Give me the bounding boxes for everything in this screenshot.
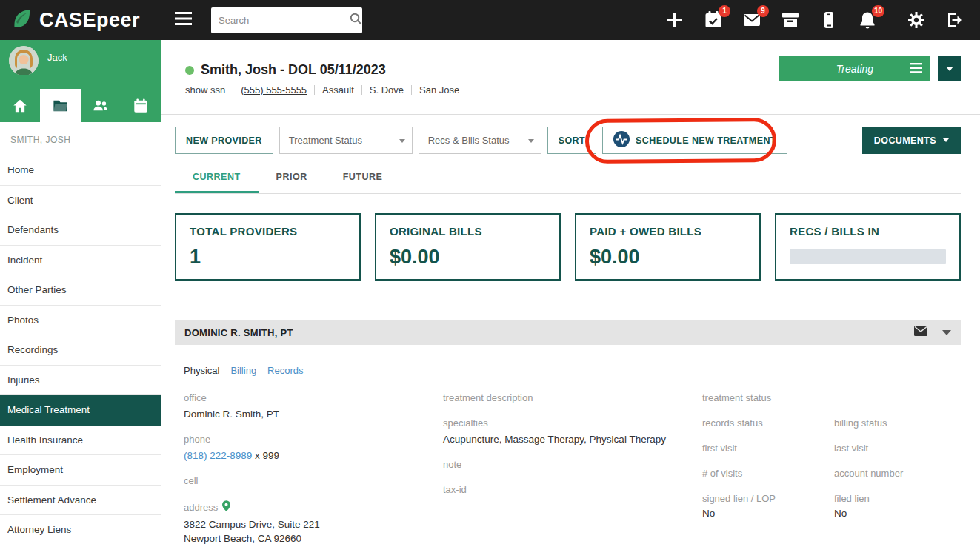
inbox-icon[interactable] bbox=[781, 10, 800, 30]
menu-hamburger-icon[interactable] bbox=[175, 12, 192, 28]
field-value: Acupuncture, Massage Therapy, Physical T… bbox=[443, 434, 702, 445]
show-ssn-link[interactable]: show ssn bbox=[185, 84, 225, 95]
stat-card-paid-owed-bills: PAID + OWED BILLS $0.00 bbox=[575, 213, 761, 281]
sort-button[interactable]: SORT bbox=[547, 127, 596, 154]
field-phone: phone (818) 222-8989 x 999 bbox=[184, 434, 443, 461]
stat-label: TOTAL PROVIDERS bbox=[190, 225, 346, 238]
sidebar-item-settlement-advance[interactable]: Settlement Advance bbox=[0, 486, 161, 516]
documents-button[interactable]: DOCUMENTS bbox=[862, 127, 961, 154]
stat-label: ORIGINAL BILLS bbox=[390, 225, 546, 238]
stat-card-original-bills: ORIGINAL BILLS $0.00 bbox=[375, 213, 561, 281]
brand-logo[interactable]: CASEpeer bbox=[0, 7, 161, 33]
provider-header-bar[interactable]: DOMINIC R. SMITH, PT bbox=[175, 320, 961, 345]
field-label: cell bbox=[184, 475, 443, 486]
sidebar-item-incident[interactable]: Incident bbox=[0, 246, 161, 276]
recs-bills-status-dropdown[interactable]: Recs & Bills Status bbox=[419, 127, 541, 154]
mobile-phone-icon[interactable] bbox=[819, 10, 839, 30]
field-label: first visit bbox=[702, 443, 834, 454]
separator bbox=[314, 85, 315, 95]
field-label: last visit bbox=[834, 443, 961, 454]
field-account-number: account number bbox=[834, 468, 961, 479]
case-meta: show ssn (555) 555-5555 Assault S. Dove … bbox=[185, 84, 459, 95]
cases-folder-tab-icon[interactable] bbox=[40, 89, 80, 122]
stat-value: 1 bbox=[190, 246, 346, 269]
messages-icon[interactable]: 9 bbox=[742, 10, 761, 30]
sidebar-item-photos[interactable]: Photos bbox=[0, 306, 161, 336]
field-billing-status: billing status bbox=[834, 417, 961, 429]
new-provider-button[interactable]: NEW PROVIDER bbox=[175, 127, 273, 154]
field-address: address 3822 Campus Drive, Suite 221 New… bbox=[184, 500, 443, 544]
stat-card-total-providers: TOTAL PROVIDERS 1 bbox=[175, 213, 361, 281]
field-label: filed lien bbox=[834, 493, 961, 504]
field-label: billing status bbox=[834, 417, 961, 429]
provider-email-icon[interactable] bbox=[914, 326, 927, 339]
calendar-tab-icon[interactable] bbox=[121, 89, 161, 122]
home-tab-icon[interactable] bbox=[0, 89, 40, 122]
map-pin-icon[interactable] bbox=[222, 500, 230, 514]
field-label: address bbox=[184, 502, 218, 513]
messages-badge: 9 bbox=[757, 5, 769, 17]
client-phone-link[interactable]: (555) 555-5555 bbox=[241, 84, 307, 95]
sidebar-item-other-parties[interactable]: Other Parties bbox=[0, 275, 161, 306]
tab-future[interactable]: FUTURE bbox=[325, 161, 401, 193]
search-icon[interactable] bbox=[349, 12, 362, 28]
calendar-badge: 1 bbox=[719, 5, 730, 17]
schedule-new-treatment-button[interactable]: SCHEDULE NEW TREATMENT bbox=[602, 127, 787, 154]
contacts-tab-icon[interactable] bbox=[81, 89, 121, 122]
treatment-status-dropdown-label: Treatment Status bbox=[289, 135, 362, 146]
add-new-icon[interactable] bbox=[665, 10, 684, 30]
case-location: San Jose bbox=[419, 84, 459, 95]
provider-expand-chevron-icon[interactable] bbox=[942, 330, 951, 335]
case-type: Assault bbox=[322, 84, 354, 95]
field-label: treatment description bbox=[443, 392, 702, 403]
brand-name: CASEpeer bbox=[39, 9, 140, 32]
sidebar-item-employment[interactable]: Employment bbox=[0, 455, 161, 486]
search-input[interactable] bbox=[219, 15, 349, 26]
treatment-pulse-icon bbox=[613, 131, 630, 150]
treatment-status-dropdown[interactable]: Treatment Status bbox=[279, 127, 413, 154]
field-filed-lien: filed lien No bbox=[834, 493, 961, 519]
sidebar-item-health-insurance[interactable]: Health Insurance bbox=[0, 426, 161, 456]
sidebar-item-attorney-liens[interactable]: Attorney Liens bbox=[0, 515, 161, 544]
provider-phone-ext: x 999 bbox=[252, 450, 279, 461]
user-profile[interactable]: Jack bbox=[0, 40, 161, 75]
sidebar-item-medical-treatment[interactable]: Medical Treatment bbox=[0, 395, 161, 426]
field-tax-id: tax-id bbox=[443, 484, 702, 495]
field-office: office Dominic R. Smith, PT bbox=[184, 392, 443, 420]
provider-phone-link[interactable]: (818) 222-8989 bbox=[184, 450, 252, 461]
field-signed-lien: signed lien / LOP No bbox=[702, 493, 834, 519]
recs-bills-progress-bar bbox=[790, 249, 946, 264]
tab-prior[interactable]: PRIOR bbox=[259, 161, 325, 193]
provider-detail-fields: office Dominic R. Smith, PT phone (818) … bbox=[161, 376, 980, 544]
app-window: CASEpeer 1 9 bbox=[0, 0, 980, 544]
global-search[interactable] bbox=[211, 7, 362, 33]
calendar-tasks-icon[interactable]: 1 bbox=[704, 10, 723, 30]
field-label: specialties bbox=[443, 417, 702, 429]
provider-name: DOMINIC R. SMITH, PT bbox=[184, 327, 293, 338]
topbar-icon-group: 1 9 10 bbox=[665, 10, 980, 30]
treating-label: Treating bbox=[836, 63, 873, 75]
case-status-treating-button[interactable]: Treating bbox=[779, 56, 930, 81]
field-label: note bbox=[443, 459, 702, 470]
sidebar-item-client[interactable]: Client bbox=[0, 186, 161, 216]
logout-icon[interactable] bbox=[945, 10, 964, 30]
case-status-dropdown-button[interactable] bbox=[938, 56, 961, 81]
field-treatment-description: treatment description bbox=[443, 392, 702, 403]
provider-tab-physical[interactable]: Physical bbox=[184, 365, 219, 376]
field-label: phone bbox=[184, 434, 443, 445]
field-value: Newport Beach, CA 92660 bbox=[184, 533, 443, 544]
separator bbox=[361, 85, 362, 95]
treating-menu-icon bbox=[910, 63, 922, 75]
notifications-bell-icon[interactable]: 10 bbox=[858, 10, 877, 30]
summary-stat-cards: TOTAL PROVIDERS 1 ORIGINAL BILLS $0.00 P… bbox=[161, 194, 980, 281]
sidebar-item-defendants[interactable]: Defendants bbox=[0, 215, 161, 246]
field-label: treatment status bbox=[702, 392, 834, 403]
field-note: note bbox=[443, 459, 702, 470]
provider-tab-billing[interactable]: Billing bbox=[230, 365, 256, 376]
settings-gear-icon[interactable] bbox=[907, 10, 926, 30]
tab-current[interactable]: CURRENT bbox=[175, 161, 259, 193]
sidebar-item-home[interactable]: Home bbox=[0, 155, 161, 186]
provider-tab-records[interactable]: Records bbox=[267, 365, 303, 376]
sidebar-item-recordings[interactable]: Recordings bbox=[0, 335, 161, 366]
sidebar-item-injuries[interactable]: Injuries bbox=[0, 366, 161, 396]
